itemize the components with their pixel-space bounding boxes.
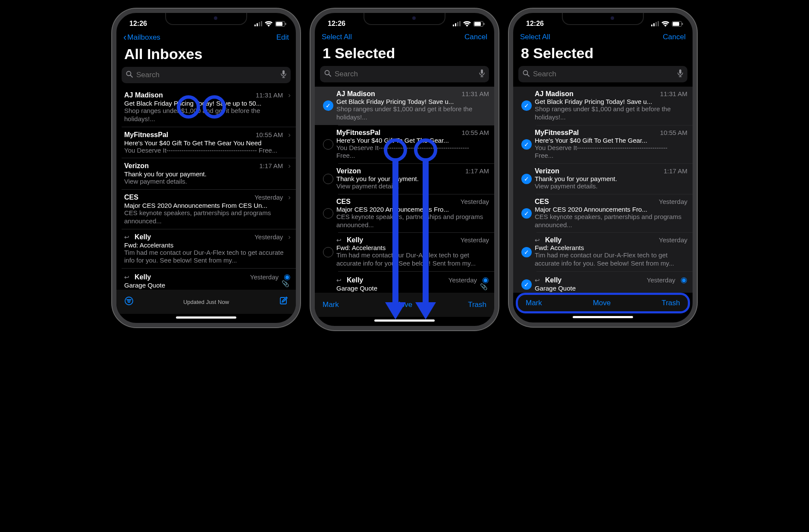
annotation-two-finger-drag: [384, 138, 407, 162]
email-list[interactable]: ✓ AJ Madison11:31 AM Get Black Friday Pr…: [513, 87, 693, 293]
mark-button[interactable]: Mark: [323, 300, 339, 309]
email-row[interactable]: ↩KellyYesterday› Fwd: Accelerants Tim ha…: [116, 229, 296, 269]
email-row[interactable]: Verizon1:17 AM› Thank you for your payme…: [116, 158, 296, 189]
email-row[interactable]: ✓ ↩KellyYesterday Fwd: Accelerants Tim h…: [513, 233, 693, 271]
annotation-arrowhead: [415, 302, 436, 319]
status-time: 12:26: [129, 20, 147, 28]
trash-button[interactable]: Trash: [662, 299, 680, 307]
select-all-button[interactable]: Select All: [322, 33, 352, 41]
signal-icon: [651, 21, 659, 26]
home-indicator[interactable]: [374, 319, 435, 322]
email-row[interactable]: ✓ AJ Madison11:31 AM Get Black Friday Pr…: [513, 87, 693, 125]
email-subject: Thank you for your payment.: [124, 170, 291, 178]
nav-bar: Select All Cancel: [315, 30, 494, 44]
search-bar[interactable]: [518, 66, 687, 82]
edit-button[interactable]: Edit: [276, 33, 289, 42]
email-row[interactable]: ✓ CESYesterday Major CES 2020 Announceme…: [513, 194, 693, 233]
email-list[interactable]: ✓ AJ Madison11:31 AM Get Black Friday Pr…: [315, 87, 494, 293]
microphone-icon[interactable]: [281, 70, 286, 80]
email-subject: Here's Your $40 Gift To Get The Gear...: [336, 137, 489, 144]
email-row[interactable]: ✓ MyFitnessPal10:55 AM Here's Your $40 G…: [513, 125, 693, 164]
signal-icon: [453, 21, 461, 26]
svg-rect-27: [658, 21, 659, 26]
email-subject: Fwd: Accelerants: [336, 244, 489, 251]
trash-button[interactable]: Trash: [468, 300, 486, 309]
checkbox-checked[interactable]: ✓: [323, 100, 333, 111]
home-indicator[interactable]: [176, 316, 236, 319]
phone-1: 12:26 ‹ Mailboxes Edit All Inboxes: [112, 9, 300, 327]
email-row[interactable]: ↩KellyYesterday◉ Garage Quote 📎: [315, 272, 494, 293]
email-sender: MyFitnessPal: [124, 131, 252, 139]
email-row[interactable]: MyFitnessPal10:55 AM› Here's Your $40 Gi…: [116, 127, 296, 158]
wifi-icon: [662, 21, 669, 27]
checkbox-checked[interactable]: ✓: [521, 139, 532, 150]
search-input[interactable]: [335, 70, 479, 78]
home-indicator[interactable]: [573, 316, 633, 318]
annotation-arrowhead: [385, 302, 406, 319]
checkbox-checked[interactable]: ✓: [521, 279, 532, 290]
checkbox-empty[interactable]: [323, 174, 333, 184]
microphone-icon[interactable]: [479, 69, 485, 79]
page-title: 1 Selected: [315, 44, 494, 66]
notch: [364, 13, 445, 25]
cancel-button[interactable]: Cancel: [663, 33, 686, 41]
email-time: Yesterday: [448, 276, 477, 284]
search-bar[interactable]: [122, 67, 291, 83]
svg-rect-30: [682, 23, 683, 25]
annotation-arrow: [423, 159, 429, 306]
checkbox-empty[interactable]: [323, 247, 333, 257]
email-preview: You Deserve It--------------------------…: [124, 147, 291, 155]
checkbox-checked[interactable]: ✓: [521, 208, 532, 219]
battery-icon: [275, 21, 286, 27]
email-subject: Thank you for your payment.: [336, 175, 489, 182]
reply-icon: ↩: [535, 277, 540, 284]
checkbox-checked[interactable]: ✓: [521, 174, 532, 184]
checkbox-empty[interactable]: [323, 208, 333, 219]
compose-button[interactable]: [279, 296, 288, 308]
email-row[interactable]: CESYesterday› Major CES 2020 Announcemen…: [116, 190, 296, 229]
email-row[interactable]: CESYesterday Major CES 2020 Announcement…: [315, 194, 494, 233]
checkbox-empty[interactable]: [323, 139, 333, 150]
svg-rect-16: [457, 22, 458, 26]
search-bar[interactable]: [320, 66, 489, 82]
reply-icon: ↩: [336, 277, 342, 284]
email-row[interactable]: ✓ AJ Madison11:31 AM Get Black Friday Pr…: [315, 87, 494, 125]
email-time: Yesterday: [659, 198, 687, 205]
search-input[interactable]: [136, 71, 281, 79]
microphone-icon[interactable]: [677, 69, 683, 79]
mark-button[interactable]: Mark: [526, 299, 542, 307]
email-row[interactable]: ✓ Verizon1:17 AM Thank you for your paym…: [513, 164, 693, 194]
phone-2: 12:26 Select All Cancel 1 Selected ✓ AJ …: [310, 9, 499, 330]
nav-bar: ‹ Mailboxes Edit: [116, 30, 296, 45]
checkbox-checked[interactable]: ✓: [521, 100, 532, 111]
email-row[interactable]: ↩KellyYesterday◉ Garage Quote 📎: [116, 269, 296, 290]
email-sender: CES: [535, 198, 655, 206]
filter-button[interactable]: [124, 296, 134, 308]
email-list[interactable]: AJ Madison11:31 AM› Get Black Friday Pri…: [116, 88, 296, 290]
reply-icon: ↩: [336, 237, 342, 244]
select-all-button[interactable]: Select All: [520, 33, 550, 41]
email-preview: View payment details.: [336, 182, 489, 191]
email-sender: CES: [124, 194, 251, 201]
email-subject: Thank you for your payment.: [535, 175, 687, 182]
search-input[interactable]: [533, 70, 677, 78]
status-time: 12:26: [328, 20, 345, 28]
email-row[interactable]: ✓ ↩KellyYesterday◉ Garage Quote: [513, 272, 693, 293]
email-sender: MyFitnessPal: [535, 129, 657, 137]
annotation-two-finger-drag: [414, 138, 437, 162]
email-preview: Tim had me contact our Dur-A-Flex tech t…: [535, 251, 687, 268]
cancel-button[interactable]: Cancel: [464, 33, 487, 41]
svg-rect-2: [259, 22, 260, 26]
email-row[interactable]: ↩KellyYesterday Fwd: Accelerants Tim had…: [315, 233, 494, 271]
email-sender: AJ Madison: [535, 90, 657, 98]
email-time: 11:31 AM: [660, 90, 687, 97]
move-button[interactable]: Move: [593, 299, 611, 307]
svg-rect-17: [459, 21, 461, 26]
back-button[interactable]: ‹ Mailboxes: [123, 33, 160, 42]
email-sender: Kelly: [347, 236, 457, 244]
checkbox-checked[interactable]: ✓: [521, 247, 532, 257]
phone-3: 12:26 Select All Cancel 8 Selected ✓ AJ …: [509, 9, 697, 327]
battery-icon: [672, 21, 683, 27]
battery-icon: [473, 21, 485, 27]
email-row[interactable]: Verizon1:17 AM Thank you for your paymen…: [315, 164, 494, 194]
